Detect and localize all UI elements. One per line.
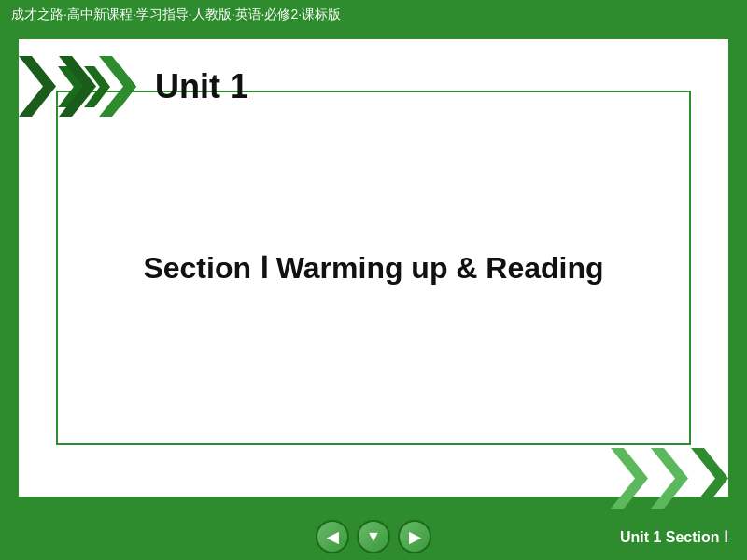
bottom-bar: ◀ ▼ ▶ Unit 1 Section Ⅰ [0,513,747,560]
chevron-icon [19,56,56,117]
next-button[interactable]: ▶ [398,520,431,553]
prev-button[interactable]: ◀ [316,520,349,553]
header-title: 成才之路·高中新课程·学习指导·人教版·英语·必修2·课标版 [11,7,341,23]
chevron-icon [691,448,728,509]
header-bar: 成才之路·高中新课程·学习指导·人教版·英语·必修2·课标版 [0,0,747,30]
nav-buttons: ◀ ▼ ▶ [316,520,431,553]
chevron-icon [651,448,688,509]
section-content: Section Ⅰ Warming up & Reading [143,250,603,286]
bottom-unit-info: Unit 1 Section Ⅰ [620,528,728,546]
home-icon: ▼ [366,528,381,545]
deco-chevrons-top-left [19,56,136,117]
chevron-icon [99,56,136,117]
prev-icon: ◀ [327,528,338,546]
home-button[interactable]: ▼ [357,520,390,553]
chevron-icon [59,56,96,117]
unit-title: Unit 1 [155,67,248,106]
next-icon: ▶ [409,528,420,546]
section-title: Section Ⅰ Warming up & Reading [143,251,603,285]
deco-chevrons-bottom-right [611,448,728,509]
content-box: Unit 1 Section Ⅰ Warming up & Reading [56,91,691,445]
chevron-icon [611,448,648,509]
